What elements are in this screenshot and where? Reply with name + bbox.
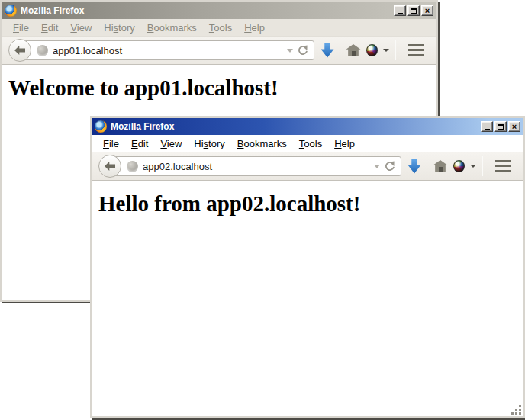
- firefox-logo-icon: [5, 5, 17, 17]
- maximize-button[interactable]: [494, 121, 507, 132]
- page-heading: Hello from app02.localhost!: [98, 191, 517, 216]
- menu-tools[interactable]: Tools: [203, 21, 238, 35]
- url-bar[interactable]: app02.localhost: [114, 156, 401, 176]
- url-bar[interactable]: app01.localhost: [24, 40, 314, 60]
- browser-window-app02: Mozilla Firefox × File Edit View History…: [90, 116, 525, 418]
- page-content: Hello from app02.localhost!: [92, 181, 523, 416]
- home-icon: [346, 44, 361, 56]
- menu-view[interactable]: View: [154, 136, 188, 151]
- navigation-toolbar: app01.localhost: [2, 36, 436, 65]
- minimize-button[interactable]: [394, 5, 406, 16]
- menu-history[interactable]: History: [98, 21, 140, 35]
- addon-lens-icon: [366, 44, 378, 56]
- menu-button[interactable]: [489, 155, 517, 178]
- maximize-icon: [411, 8, 417, 14]
- menu-help[interactable]: Help: [328, 136, 361, 151]
- site-identity-globe-icon[interactable]: [37, 45, 48, 56]
- menu-edit[interactable]: Edit: [125, 136, 154, 151]
- titlebar[interactable]: Mozilla Firefox ×: [2, 2, 436, 19]
- download-arrow-icon: [408, 159, 421, 174]
- urlbar-dropdown-icon[interactable]: [374, 165, 380, 168]
- menu-view[interactable]: View: [64, 21, 98, 35]
- hamburger-icon: [495, 160, 511, 172]
- reload-button[interactable]: [385, 161, 395, 172]
- download-button[interactable]: [401, 155, 427, 178]
- window-controls: ×: [481, 121, 520, 132]
- minimize-button[interactable]: [481, 121, 493, 132]
- home-icon: [433, 160, 448, 172]
- window-controls: ×: [394, 5, 433, 16]
- url-text: app02.localhost: [143, 161, 369, 172]
- menu-bookmarks[interactable]: Bookmarks: [141, 21, 203, 35]
- back-arrow-icon: [14, 46, 25, 55]
- addon-button[interactable]: [453, 155, 476, 178]
- addon-button[interactable]: [366, 39, 389, 62]
- addon-dropdown-icon: [470, 165, 476, 168]
- resize-grip-icon[interactable]: [519, 412, 521, 415]
- menu-button[interactable]: [402, 39, 430, 62]
- menu-tools[interactable]: Tools: [293, 136, 328, 151]
- menu-edit[interactable]: Edit: [35, 21, 64, 35]
- download-button[interactable]: [314, 39, 340, 62]
- toolbar-separator: [482, 156, 482, 176]
- menu-bar: File Edit View History Bookmarks Tools H…: [92, 135, 523, 152]
- urlbar-dropdown-icon[interactable]: [287, 49, 293, 53]
- titlebar[interactable]: Mozilla Firefox ×: [92, 118, 523, 135]
- desktop: Mozilla Firefox × File Edit View History…: [0, 0, 525, 420]
- close-icon: ×: [512, 123, 517, 130]
- maximize-button[interactable]: [407, 5, 420, 16]
- url-text: app01.localhost: [53, 45, 282, 56]
- menu-file[interactable]: File: [97, 136, 125, 151]
- window-title: Mozilla Firefox: [111, 121, 174, 132]
- menu-help[interactable]: Help: [238, 21, 271, 35]
- reload-button[interactable]: [298, 45, 308, 56]
- menu-file[interactable]: File: [7, 21, 35, 35]
- minimize-icon: [398, 13, 403, 14]
- hamburger-icon: [408, 44, 424, 56]
- close-icon: ×: [425, 7, 430, 14]
- addon-lens-icon: [453, 160, 465, 172]
- navigation-toolbar: app02.localhost: [92, 152, 523, 181]
- close-button[interactable]: ×: [508, 121, 520, 132]
- firefox-logo-icon: [95, 120, 107, 133]
- home-button[interactable]: [427, 155, 453, 178]
- close-button[interactable]: ×: [421, 5, 433, 16]
- back-button[interactable]: [98, 155, 121, 178]
- menu-bookmarks[interactable]: Bookmarks: [231, 136, 293, 151]
- window-title: Mozilla Firefox: [21, 5, 84, 16]
- download-arrow-icon: [321, 43, 334, 58]
- back-button[interactable]: [8, 39, 31, 62]
- page-heading: Welcome to app01.localhost!: [8, 75, 430, 101]
- addon-dropdown-icon: [383, 49, 389, 52]
- back-arrow-icon: [105, 162, 115, 171]
- minimize-icon: [485, 129, 490, 130]
- menu-history[interactable]: History: [188, 136, 230, 151]
- home-button[interactable]: [340, 39, 366, 62]
- menu-bar: File Edit View History Bookmarks Tools H…: [2, 19, 436, 36]
- toolbar-separator: [395, 40, 395, 60]
- maximize-icon: [498, 124, 504, 130]
- site-identity-globe-icon[interactable]: [127, 161, 138, 172]
